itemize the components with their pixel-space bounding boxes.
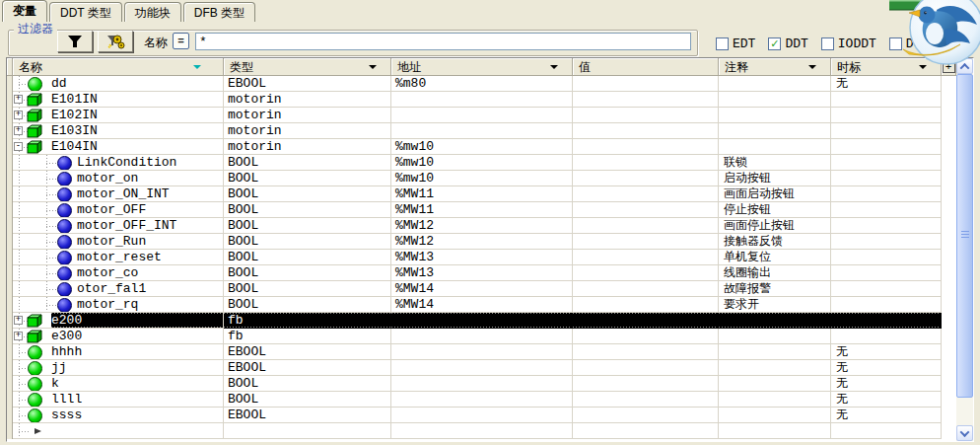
variable-timestamp-cell[interactable]: 无	[831, 392, 942, 408]
table-row-11[interactable]: motor_resetBOOL%MW13单机复位	[7, 250, 956, 265]
variable-type-cell[interactable]	[224, 423, 391, 439]
type-filter-checkbox-2[interactable]: IODDT	[821, 37, 876, 51]
variable-timestamp-cell[interactable]	[831, 155, 942, 171]
variable-timestamp-cell[interactable]	[831, 202, 942, 218]
tree-expander-plus[interactable]: +	[14, 332, 23, 340]
variable-value-cell[interactable]	[573, 250, 719, 265]
variable-comment-cell[interactable]: 接触器反馈	[719, 234, 831, 250]
variable-address-cell[interactable]	[391, 423, 573, 439]
variable-address-cell[interactable]	[391, 376, 573, 392]
tree-expander-plus[interactable]: +	[14, 126, 23, 135]
variable-address-cell[interactable]: %MW14	[391, 281, 573, 297]
variable-type-cell[interactable]: BOOL	[224, 265, 391, 281]
variable-address-cell[interactable]: %MW14	[391, 297, 573, 313]
variable-value-cell[interactable]	[573, 218, 719, 234]
table-row-13[interactable]: otor_fal1BOOL%MW14故障报警	[7, 281, 956, 297]
variable-type-cell[interactable]: BOOL	[224, 281, 391, 297]
variable-value-cell[interactable]	[573, 313, 719, 329]
variable-timestamp-cell[interactable]: 无	[831, 408, 942, 423]
variable-name-cell[interactable]: +E102IN	[13, 108, 224, 123]
variable-comment-cell[interactable]: 线圈输出	[719, 265, 831, 281]
variable-address-cell[interactable]: %mw10	[391, 139, 573, 155]
variable-comment-cell[interactable]	[719, 376, 831, 392]
variable-value-cell[interactable]	[573, 408, 719, 423]
variable-timestamp-cell[interactable]	[831, 423, 942, 439]
column-header-2[interactable]: 地址	[391, 58, 573, 76]
column-header-4[interactable]: 注释	[719, 58, 831, 76]
variable-name-cell[interactable]: +E101IN	[13, 92, 224, 108]
variable-type-cell[interactable]: BOOL	[224, 155, 391, 171]
variable-value-cell[interactable]	[573, 186, 719, 202]
variable-comment-cell[interactable]	[719, 329, 831, 344]
variable-timestamp-cell[interactable]	[831, 123, 942, 139]
variable-name-cell[interactable]: motor_rq	[13, 297, 224, 313]
variable-timestamp-cell[interactable]	[831, 281, 942, 297]
variable-name-cell[interactable]: motor_Run	[13, 234, 224, 250]
table-row-14[interactable]: motor_rqBOOL%MW14要求开	[7, 297, 956, 313]
variable-name-cell[interactable]: motor_OFF	[13, 202, 224, 218]
variable-address-cell[interactable]	[391, 329, 573, 344]
variable-name-cell[interactable]: LinkCondition	[13, 155, 224, 171]
tab-2[interactable]: 功能块	[124, 2, 181, 22]
variable-comment-cell[interactable]	[719, 123, 831, 139]
variable-type-cell[interactable]: BOOL	[224, 171, 391, 186]
checkbox-box[interactable]: ✓	[768, 37, 781, 50]
variable-address-cell[interactable]: %m80	[391, 76, 573, 92]
variable-comment-cell[interactable]	[719, 408, 831, 423]
variable-timestamp-cell[interactable]: 无	[831, 344, 942, 360]
variable-value-cell[interactable]	[573, 155, 719, 171]
type-filter-checkbox-0[interactable]: EDT	[716, 37, 755, 51]
variable-type-cell[interactable]: EBOOL	[224, 76, 391, 92]
scroll-up-button[interactable]	[956, 58, 973, 74]
variable-name-cell[interactable]: motor_ON_INT	[13, 186, 224, 202]
column-header-5[interactable]: 时标	[831, 58, 942, 76]
equals-filter-button[interactable]: =	[173, 33, 189, 49]
variable-comment-cell[interactable]	[719, 344, 831, 360]
variable-comment-cell[interactable]	[719, 139, 831, 155]
variable-name-cell[interactable]: +e300	[13, 329, 224, 344]
checkbox-box[interactable]	[716, 37, 729, 50]
variable-type-cell[interactable]: EBOOL	[224, 408, 391, 423]
tree-expander-plus[interactable]: +	[14, 111, 23, 119]
variable-comment-cell[interactable]: 画面启动按钮	[719, 186, 831, 202]
table-row-15[interactable]: +e200fb	[7, 313, 956, 329]
variable-address-cell[interactable]	[391, 392, 573, 408]
variable-type-cell[interactable]: BOOL	[224, 297, 391, 313]
variable-name-cell[interactable]: llll	[13, 392, 224, 408]
variable-type-cell[interactable]: motorin	[224, 108, 391, 123]
tree-expander-plus[interactable]: +	[14, 316, 23, 325]
tab-1[interactable]: DDT 类型	[49, 2, 122, 22]
variable-address-cell[interactable]: %MW12	[391, 218, 573, 234]
variable-comment-cell[interactable]	[719, 76, 831, 92]
variable-value-cell[interactable]	[573, 76, 719, 92]
variable-comment-cell[interactable]: 单机复位	[719, 250, 831, 265]
table-row-4[interactable]: -E104INmotorin%mw10	[7, 139, 956, 155]
table-row-6[interactable]: motor_onBOOL%mw10启动按钮	[7, 171, 956, 186]
scrollbar-thumb[interactable]	[956, 74, 973, 398]
variable-type-cell[interactable]: fb	[224, 329, 391, 344]
column-header-3[interactable]: 值	[573, 58, 719, 76]
variable-value-cell[interactable]	[573, 297, 719, 313]
variable-comment-cell[interactable]: 要求开	[719, 297, 831, 313]
table-row-5[interactable]: LinkConditionBOOL%mw10联锁	[7, 155, 956, 171]
checkbox-box[interactable]	[821, 37, 834, 50]
variable-value-cell[interactable]	[573, 139, 719, 155]
variable-value-cell[interactable]	[573, 234, 719, 250]
variable-timestamp-cell[interactable]	[831, 265, 942, 281]
variable-name-cell[interactable]: k	[13, 376, 224, 392]
variable-name-cell[interactable]: -E104IN	[13, 139, 224, 155]
variable-name-cell[interactable]: hhhh	[13, 344, 224, 360]
variable-address-cell[interactable]: %MW13	[391, 250, 573, 265]
variable-timestamp-cell[interactable]	[831, 171, 942, 186]
variable-timestamp-cell[interactable]	[831, 108, 942, 123]
variable-name-cell[interactable]: +E103IN	[13, 123, 224, 139]
table-row-20[interactable]: llllBOOL无	[7, 392, 956, 408]
variable-type-cell[interactable]: BOOL	[224, 202, 391, 218]
variable-type-cell[interactable]: BOOL	[224, 218, 391, 234]
variable-value-cell[interactable]	[573, 108, 719, 123]
variable-timestamp-cell[interactable]	[831, 329, 942, 344]
tree-expander-plus[interactable]: +	[14, 95, 23, 104]
variable-name-cell[interactable]: motor_reset	[13, 250, 224, 265]
column-filter-arrow-icon[interactable]	[369, 65, 377, 69]
variable-type-cell[interactable]: BOOL	[224, 250, 391, 265]
